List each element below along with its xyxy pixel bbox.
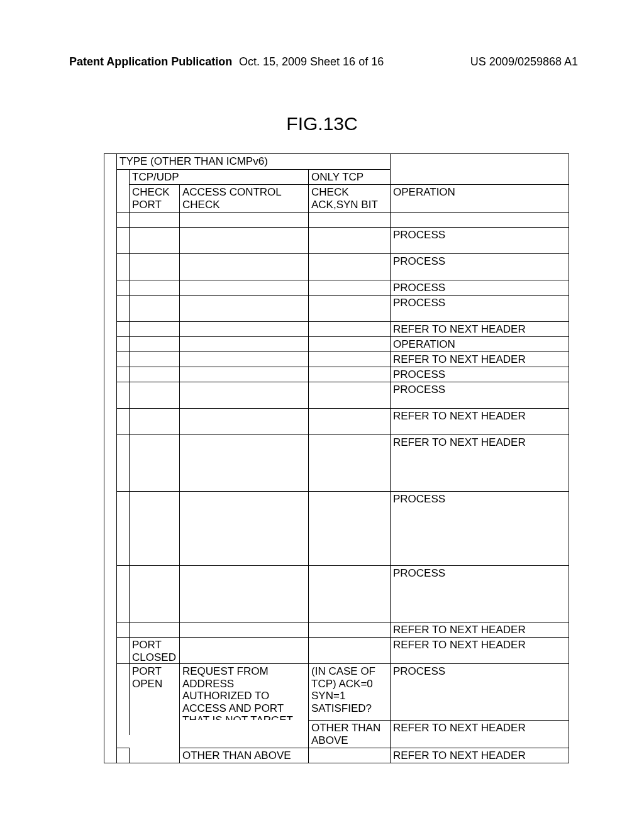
table-cell [179, 491, 308, 565]
table-cell [104, 382, 116, 408]
table-cell [129, 227, 179, 253]
table-cell [129, 622, 179, 637]
table-cell [129, 382, 179, 408]
table-cell: REFER TO NEXT HEADER [390, 321, 569, 336]
table-cell [308, 367, 390, 382]
table-cell: REFER TO NEXT HEADER [390, 748, 569, 763]
table-cell [129, 253, 179, 280]
table-cell: PROCESS [390, 663, 569, 720]
table-cell: PORT OPEN [129, 663, 179, 735]
table-cell [129, 408, 179, 434]
table-cell [116, 434, 129, 491]
table-cell: REFER TO NEXT HEADER [390, 408, 569, 434]
table-cell [179, 565, 308, 622]
table-cell [308, 351, 390, 367]
table-header: ONLY TCP [308, 169, 390, 185]
table-cell [104, 212, 116, 227]
table-cell [308, 253, 390, 280]
table-cell [116, 321, 129, 336]
table-cell: OTHER THAN ABOVE [179, 748, 308, 763]
table-cell [116, 565, 129, 622]
table-cell [104, 565, 116, 622]
table-cell [129, 212, 179, 227]
table-cell: OPERATION [390, 336, 569, 351]
table-cell: REFER TO NEXT HEADER [390, 351, 569, 367]
table-cell: PROCESS [390, 565, 569, 622]
figure-table: TYPE (OTHER THAN ICMPv6) TCP/UDP ONLY TC… [104, 153, 569, 763]
table-cell [104, 367, 116, 382]
table-cell [308, 321, 390, 336]
table-header: CHECK PORT [129, 184, 179, 212]
table-cell [116, 367, 129, 382]
table-cell [104, 227, 116, 253]
table-cell [308, 565, 390, 622]
table-cell [116, 295, 129, 321]
table-cell [179, 253, 308, 280]
table-cell [116, 227, 129, 253]
table-cell [129, 434, 179, 491]
table-cell [116, 382, 129, 408]
table-cell: PORT CLOSED [129, 637, 179, 663]
table-cell [104, 336, 116, 351]
table-cell [179, 408, 308, 434]
table-cell [116, 212, 129, 227]
table-cell [116, 184, 129, 212]
table-cell [104, 295, 116, 321]
table-cell [179, 622, 308, 637]
table-cell [104, 154, 116, 169]
table-cell [129, 491, 179, 565]
table-cell [116, 169, 129, 185]
table-cell [308, 382, 390, 408]
table-cell [116, 637, 129, 663]
table-cell [179, 720, 308, 748]
table-cell: PROCESS [390, 227, 569, 253]
header-center: Oct. 15, 2009 Sheet 16 of 16 [239, 55, 384, 69]
table-cell: REFER TO NEXT HEADER [390, 720, 569, 748]
table-cell: PROCESS [390, 382, 569, 408]
table-cell [179, 227, 308, 253]
table-cell [179, 637, 308, 663]
table-cell [116, 351, 129, 367]
table-cell [104, 663, 116, 748]
page-header: Patent Application Publication Oct. 15, … [0, 55, 644, 69]
table-cell: REFER TO NEXT HEADER [390, 637, 569, 663]
table-cell [308, 637, 390, 663]
table-cell [308, 280, 390, 295]
table-cell [308, 622, 390, 637]
table-cell [308, 748, 390, 763]
table-cell [104, 184, 116, 212]
table-header: TYPE (OTHER THAN ICMPv6) [116, 154, 390, 169]
table-cell [390, 169, 569, 185]
table-cell [116, 408, 129, 434]
table-cell [308, 295, 390, 321]
table-cell [104, 622, 116, 637]
table-cell [104, 408, 116, 434]
table-cell [129, 565, 179, 622]
table-cell [308, 227, 390, 253]
table-cell [116, 280, 129, 295]
table-cell: REFER TO NEXT HEADER [390, 434, 569, 491]
table-cell [116, 253, 129, 280]
table-cell [129, 367, 179, 382]
figure-label: FIG.13C [0, 113, 644, 135]
table-cell [129, 321, 179, 336]
table-cell: PROCESS [390, 295, 569, 321]
header-right: US 2009/0259868 A1 [470, 55, 578, 69]
table-cell [308, 408, 390, 434]
table-cell [308, 491, 390, 565]
table-cell [390, 212, 569, 227]
table-cell [104, 351, 116, 367]
table-cell [104, 637, 116, 663]
table-cell: (IN CASE OF TCP) ACK=0 SYN=1 SATISFIED? [308, 663, 390, 720]
table-cell [179, 212, 308, 227]
table-cell [179, 434, 308, 491]
table-cell [104, 321, 116, 336]
table-cell [116, 663, 129, 748]
table-header: ACCESS CONTROL CHECK [179, 184, 308, 212]
table-cell: PROCESS [390, 491, 569, 565]
table-cell [116, 491, 129, 565]
table-cell: OTHER THAN ABOVE [308, 720, 390, 748]
table-cell [179, 295, 308, 321]
table-cell: PROCESS [390, 253, 569, 280]
table-cell [129, 351, 179, 367]
